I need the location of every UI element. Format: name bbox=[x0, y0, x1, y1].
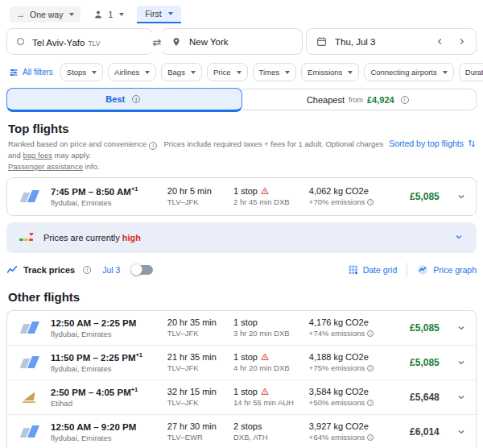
info-icon bbox=[401, 96, 409, 104]
expand-button[interactable] bbox=[448, 392, 476, 402]
price-graph-label: Price graph bbox=[433, 265, 477, 275]
trip-type-select[interactable]: → One way bbox=[10, 6, 80, 23]
chip-label: Connecting airports bbox=[370, 68, 436, 77]
co2-amount: 4,188 kg CO2e bbox=[309, 352, 410, 362]
chip-label: Duration bbox=[465, 68, 483, 77]
filter-chip-connecting-airports[interactable]: Connecting airports bbox=[364, 63, 453, 81]
route: TLV–EWR bbox=[167, 433, 233, 442]
price: £5,648 bbox=[410, 392, 448, 403]
caret-down-icon bbox=[69, 13, 74, 16]
expand-button[interactable] bbox=[448, 427, 476, 437]
filter-chip-duration[interactable]: Duration bbox=[459, 63, 483, 81]
airline-logo bbox=[7, 425, 51, 438]
info-icon bbox=[367, 199, 374, 205]
flight-row[interactable]: 12:50 AM – 2:25 PM flydubai, Emirates 20… bbox=[7, 311, 476, 346]
calendar-icon bbox=[316, 36, 327, 47]
layover: DXB, ATH bbox=[233, 433, 309, 442]
co2-amount: 3,927 kg CO2e bbox=[309, 421, 410, 431]
filter-chip-times[interactable]: Times bbox=[253, 63, 297, 81]
filter-chip-emissions[interactable]: Emissions bbox=[301, 63, 359, 81]
banner-expand-button[interactable] bbox=[454, 230, 464, 245]
passenger-assistance-link[interactable]: Passenger assistance bbox=[8, 162, 83, 171]
filter-chip-price[interactable]: Price bbox=[207, 63, 248, 81]
info-icon bbox=[367, 330, 374, 337]
date-grid-button[interactable]: Date grid bbox=[348, 264, 398, 275]
trend-icon bbox=[6, 265, 18, 275]
duration-cell: 27 hr 30 min TLV–EWR bbox=[167, 421, 233, 442]
airline-logo bbox=[7, 321, 51, 334]
passengers-select[interactable]: 1 bbox=[93, 10, 124, 19]
tab-cheapest-label: Cheapest bbox=[307, 95, 345, 105]
other-flights-heading: Other flights bbox=[8, 290, 477, 304]
duration-cell: 20 hr 35 min TLV–JFK bbox=[167, 317, 233, 338]
day-offset: +1 bbox=[131, 185, 138, 193]
caret-down-icon bbox=[348, 71, 353, 74]
warning-icon bbox=[261, 353, 269, 361]
flight-times-cell: 11:50 PM – 2:25 PM+1 flydubai, Emirates bbox=[51, 351, 167, 373]
emissions-delta: +70% emissions bbox=[309, 197, 365, 206]
flight-row[interactable]: 12:50 AM – 9:20 PM flydubai, Emirates 27… bbox=[7, 415, 476, 448]
flight-times-cell: 12:50 AM – 9:20 PM flydubai, Emirates bbox=[51, 421, 167, 442]
filters-row: All filters Stops Airlines Bags Price Ti… bbox=[6, 63, 477, 81]
price-value: £5,085 bbox=[410, 322, 440, 334]
emissions-cell: 4,062 kg CO2e +70% emissions bbox=[309, 186, 410, 206]
emissions-cell: 4,176 kg CO2e +74% emissions bbox=[309, 317, 410, 338]
co2-amount: 3,584 kg CO2e bbox=[309, 387, 410, 396]
caret-down-icon bbox=[443, 71, 448, 74]
chevron-left-icon[interactable] bbox=[436, 37, 444, 46]
flight-times: 2:50 PM – 4:05 PM bbox=[51, 388, 131, 397]
chevron-down-icon bbox=[456, 427, 466, 437]
duration: 27 hr 30 min bbox=[167, 421, 233, 431]
flight-row[interactable]: 11:50 PM – 2:25 PM+1 flydubai, Emirates … bbox=[7, 346, 476, 380]
destination-city: New York bbox=[189, 37, 229, 47]
all-filters-button[interactable]: All filters bbox=[6, 68, 56, 77]
top-flights-subrow: Ranked based on price and convenience Pr… bbox=[8, 139, 477, 172]
expand-button[interactable] bbox=[448, 192, 476, 201]
price-graph-icon bbox=[417, 264, 428, 276]
filter-chip-bags[interactable]: Bags bbox=[161, 63, 202, 81]
expand-button[interactable] bbox=[448, 323, 476, 333]
caret-down-icon bbox=[119, 13, 124, 16]
chip-label: Emissions bbox=[308, 68, 342, 77]
layover: 4 hr 20 min DXB bbox=[233, 363, 309, 372]
filter-chip-airlines[interactable]: Airlines bbox=[108, 63, 156, 81]
sorted-by-button[interactable]: Sorted by top flights bbox=[389, 139, 477, 172]
cabin-class-select[interactable]: First bbox=[137, 6, 180, 23]
track-prices-toggle[interactable] bbox=[132, 265, 153, 275]
chip-label: Airlines bbox=[114, 68, 139, 77]
expand-button[interactable] bbox=[448, 358, 476, 367]
date-input[interactable]: Thu, Jul 3 bbox=[306, 28, 477, 55]
tune-icon bbox=[9, 68, 19, 77]
origin-input[interactable]: Tel Aviv-YafoTLV bbox=[6, 28, 153, 55]
flight-row[interactable]: 2:50 PM – 4:05 PM+1 Etihad 32 hr 15 min … bbox=[7, 380, 476, 415]
caret-down-icon bbox=[237, 71, 242, 74]
filter-chip-stops[interactable]: Stops bbox=[60, 63, 103, 81]
flight-times-cell: 12:50 AM – 2:25 PM flydubai, Emirates bbox=[51, 317, 167, 338]
sort-arrows-icon bbox=[467, 139, 477, 148]
flight-airlines: flydubai, Emirates bbox=[51, 330, 167, 338]
price-insights-text: Prices are currently bbox=[43, 233, 120, 243]
destination-input[interactable]: New York bbox=[161, 28, 303, 55]
warning-icon bbox=[261, 388, 269, 396]
stops: 1 stop bbox=[233, 387, 258, 396]
may-apply-text: may apply. bbox=[55, 151, 91, 160]
sort-tabs: Best Cheapest from £4,924 bbox=[6, 88, 477, 112]
price-insights-banner[interactable]: Prices are currently high bbox=[6, 222, 477, 253]
info-icon bbox=[367, 365, 374, 371]
swap-icon[interactable]: ⇄ bbox=[146, 31, 168, 52]
caret-down-icon bbox=[285, 71, 290, 74]
track-date-chip[interactable]: Jul 3 bbox=[102, 265, 120, 275]
emissions-delta: +50% emissions bbox=[309, 398, 365, 407]
price-graph-button[interactable]: Price graph bbox=[417, 264, 477, 276]
bag-fees-link[interactable]: bag fees bbox=[23, 151, 52, 160]
info-icon bbox=[367, 400, 374, 406]
chip-label: Price bbox=[213, 68, 231, 77]
chevron-down-icon bbox=[456, 392, 466, 402]
stops-cell: 1 stop 14 hr 55 min AUH bbox=[233, 387, 309, 407]
chevron-right-icon[interactable] bbox=[457, 37, 466, 46]
search-fields: Tel Aviv-YafoTLV ⇄ New York Thu, Jul 3 bbox=[6, 28, 477, 56]
tab-best[interactable]: Best bbox=[6, 88, 242, 112]
tab-cheapest[interactable]: Cheapest from £4,924 bbox=[242, 89, 477, 110]
flight-row[interactable]: 7:45 PM – 8:50 AM+1 flydubai, Emirates 2… bbox=[7, 178, 476, 215]
stops-cell: 1 stop 3 hr 20 min DXB bbox=[233, 317, 309, 338]
